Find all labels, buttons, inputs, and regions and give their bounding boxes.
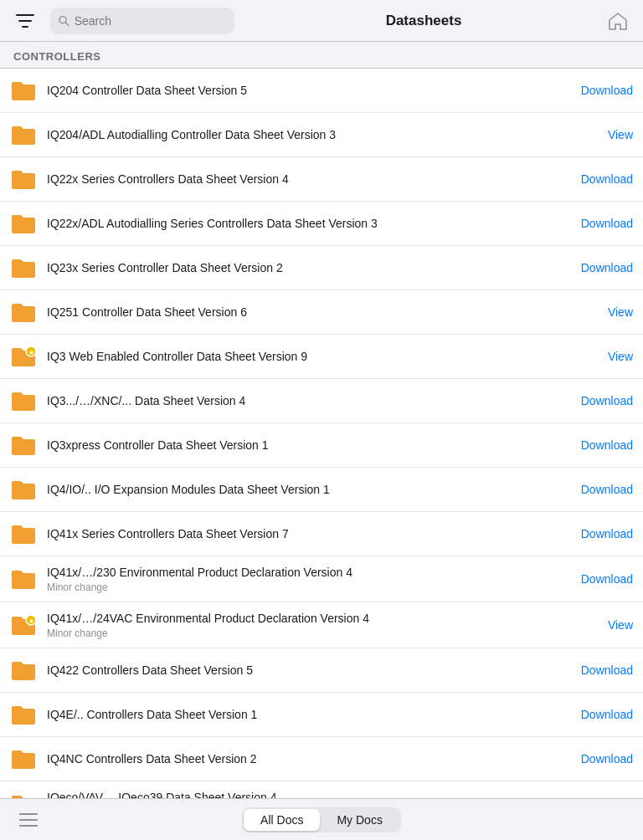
folder-icon: ★ — [10, 343, 37, 370]
item-subtitle: Minor change — [47, 581, 574, 593]
search-bar[interactable] — [50, 8, 234, 34]
list-item: IQ3.../…/XNC/... Data Sheet Version 4Dow… — [0, 379, 643, 423]
tab-switcher: All Docs My Docs — [242, 807, 401, 832]
view-button[interactable]: View — [601, 128, 633, 141]
item-title: IQ41x/…/24VAC Environmental Product Decl… — [47, 611, 601, 626]
item-title: IQ41x/…/230 Environmental Product Declar… — [47, 565, 574, 580]
download-button[interactable]: Download — [574, 752, 633, 766]
folder-icon — [10, 299, 37, 325]
folder-icon — [10, 387, 37, 414]
svg-rect-12 — [19, 819, 38, 821]
download-button[interactable]: Download — [574, 572, 633, 586]
item-title: IQ4NC Controllers Data Sheet Version 2 — [47, 751, 574, 766]
folder-icon — [10, 745, 37, 772]
item-title: IQ4/IO/.. I/O Expansion Modules Data She… — [47, 482, 574, 497]
list-item: IQ204 Controller Data Sheet Version 5Dow… — [0, 69, 643, 113]
folder-icon — [10, 254, 37, 281]
list-item: ★ IQ3 Web Enabled Controller Data Sheet … — [0, 335, 643, 379]
folder-icon — [10, 432, 37, 458]
download-button[interactable]: Download — [574, 261, 633, 274]
download-button[interactable]: Download — [574, 84, 633, 97]
svg-rect-13 — [19, 825, 38, 827]
view-button[interactable]: View — [601, 618, 633, 632]
items-list: IQ204 Controller Data Sheet Version 5Dow… — [0, 68, 643, 840]
list-item: IQ22x Series Controllers Data Sheet Vers… — [0, 157, 643, 202]
item-title: IQ251 Controller Data Sheet Version 6 — [47, 305, 601, 320]
download-button[interactable]: Download — [574, 527, 633, 540]
list-item: IQ22x/ADL Autodialling Series Controller… — [0, 202, 643, 246]
list-item: ★ IQ41x/…/24VAC Environmental Product De… — [0, 602, 643, 648]
item-title: IQ22x/ADL Autodialling Series Controller… — [47, 216, 574, 231]
search-input[interactable] — [75, 14, 226, 28]
view-button[interactable]: View — [601, 305, 633, 319]
folder-icon — [10, 166, 37, 192]
top-bar: Datasheets — [0, 0, 643, 42]
download-button[interactable]: Download — [574, 483, 633, 496]
list-item: IQ23x Series Controller Data Sheet Versi… — [0, 246, 643, 290]
list-item: IQ4NC Controllers Data Sheet Version 2Do… — [0, 737, 643, 781]
download-button[interactable]: Download — [574, 394, 633, 407]
download-button[interactable]: Download — [574, 438, 633, 452]
item-title: IQ22x Series Controllers Data Sheet Vers… — [47, 172, 574, 187]
list-item: IQ41x Series Controllers Data Sheet Vers… — [0, 512, 643, 556]
item-title: IQ3 Web Enabled Controller Data Sheet Ve… — [47, 349, 601, 364]
download-button[interactable]: Download — [574, 217, 633, 230]
svg-text:★: ★ — [28, 349, 34, 356]
svg-rect-11 — [19, 813, 38, 815]
content-area: CONTROLLERS IQ204 Controller Data Sheet … — [0, 42, 643, 840]
list-item: IQ422 Controllers Data Sheet Version 5Do… — [0, 648, 643, 693]
item-subtitle: Minor change — [47, 627, 601, 639]
svg-rect-1 — [18, 20, 32, 22]
folder-icon — [10, 476, 37, 503]
bottom-bar: All Docs My Docs — [0, 798, 643, 840]
item-title: IQ3.../…/XNC/... Data Sheet Version 4 — [47, 393, 574, 408]
page-title: Datasheets — [244, 13, 603, 29]
list-item: IQ204/ADL Autodialling Controller Data S… — [0, 113, 643, 157]
folder-icon — [10, 701, 37, 728]
tab-all-docs[interactable]: All Docs — [244, 809, 320, 831]
list-item: IQ4E/.. Controllers Data Sheet Version 1… — [0, 693, 643, 737]
filter-button[interactable] — [10, 6, 40, 36]
home-button[interactable] — [603, 6, 633, 36]
item-title: IQ23x Series Controller Data Sheet Versi… — [47, 260, 574, 275]
folder-icon — [10, 520, 37, 547]
item-title: IQ422 Controllers Data Sheet Version 5 — [47, 663, 574, 678]
list-item: IQ41x/…/230 Environmental Product Declar… — [0, 556, 643, 602]
list-item: IQ3xpress Controller Data Sheet Version … — [0, 423, 643, 468]
folder-icon: ★ — [10, 612, 37, 638]
download-button[interactable]: Download — [574, 708, 633, 721]
download-button[interactable]: Download — [574, 663, 633, 677]
item-title: IQ204 Controller Data Sheet Version 5 — [47, 83, 574, 98]
folder-icon — [10, 77, 37, 104]
svg-rect-0 — [16, 14, 34, 16]
svg-rect-2 — [22, 26, 28, 28]
folder-icon — [10, 566, 37, 592]
folder-icon — [10, 121, 37, 148]
item-title: IQ41x Series Controllers Data Sheet Vers… — [47, 526, 574, 541]
folder-icon — [10, 210, 37, 237]
view-button[interactable]: View — [601, 350, 633, 363]
tab-my-docs[interactable]: My Docs — [320, 809, 399, 831]
download-button[interactable]: Download — [574, 172, 633, 186]
list-item: IQ4/IO/.. I/O Expansion Modules Data She… — [0, 468, 643, 512]
folder-icon — [10, 657, 37, 684]
list-item: IQ251 Controller Data Sheet Version 6Vie… — [0, 290, 643, 335]
item-title: IQ4E/.. Controllers Data Sheet Version 1 — [47, 707, 574, 722]
item-title: IQ3xpress Controller Data Sheet Version … — [47, 438, 574, 453]
svg-line-4 — [65, 22, 69, 25]
menu-icon[interactable] — [13, 805, 44, 835]
section-header: CONTROLLERS — [0, 42, 643, 68]
svg-text:★: ★ — [28, 617, 34, 625]
item-title: IQ204/ADL Autodialling Controller Data S… — [47, 127, 601, 142]
